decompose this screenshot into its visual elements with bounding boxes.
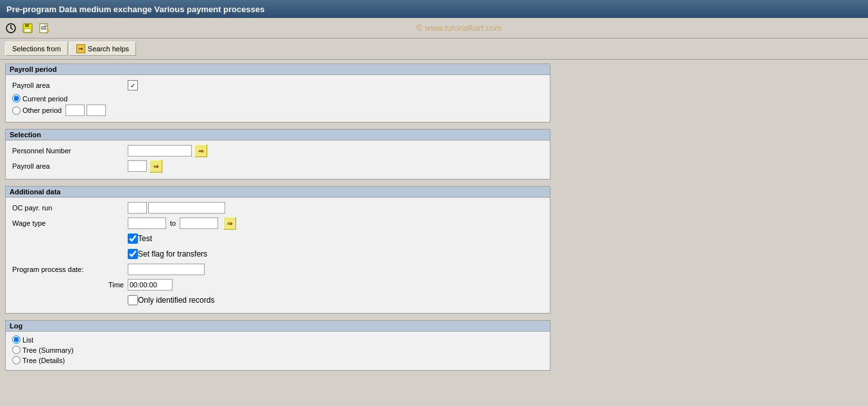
clock-icon[interactable] xyxy=(4,21,18,35)
watermark: © www.tutorialkart.com xyxy=(54,23,864,33)
window-title: Pre-program Data medium exchange Various… xyxy=(6,4,264,14)
additional-data-body: OC payr. run Wage type to ⇒ Test xyxy=(6,198,550,313)
wage-type-input-to[interactable] xyxy=(180,217,218,229)
program-process-date-input[interactable] xyxy=(128,264,205,275)
main-content: Payroll period Payroll area ✓ Current pe… xyxy=(0,60,868,381)
payroll-period-section: Payroll period Payroll area ✓ Current pe… xyxy=(5,63,550,123)
selection-header: Selection xyxy=(6,130,550,140)
log-tree-details-label: Tree (Details) xyxy=(22,357,65,364)
test-row: Test xyxy=(12,232,543,245)
log-tree-summary-label: Tree (Summary) xyxy=(22,346,74,354)
log-section: Log List Tree (Summary) Tree (Details) xyxy=(5,320,550,371)
search-helps-label: Search helps xyxy=(88,45,129,53)
log-list-label: List xyxy=(22,336,33,344)
selection-body: Personnel Number ⇒ Payroll area ⇒ xyxy=(6,140,550,179)
to-label: to xyxy=(170,219,176,227)
additional-data-header: Additional data xyxy=(6,187,550,198)
selection-section: Selection Personnel Number ⇒ Payroll are… xyxy=(5,129,550,180)
set-flag-label: Set flag for transfers xyxy=(138,250,207,258)
section-wrapper: Payroll period Payroll area ✓ Current pe… xyxy=(5,63,550,371)
log-list-radio[interactable] xyxy=(12,335,21,344)
oc-payr-run-label: OC payr. run xyxy=(12,204,128,212)
other-period-label: Other period xyxy=(22,106,62,114)
only-identified-row: Only identified records xyxy=(12,294,543,307)
time-label: Time xyxy=(12,281,128,289)
only-identified-label: Only identified records xyxy=(138,296,214,305)
personnel-number-row: Personnel Number ⇒ xyxy=(12,144,543,157)
log-tree-summary-row: Tree (Summary) xyxy=(12,346,543,354)
current-period-row: Current period xyxy=(12,94,543,103)
other-period-input1[interactable] xyxy=(65,105,85,116)
wage-type-label: Wage type xyxy=(12,219,128,227)
button-bar: Selections from ⇒ Search helps xyxy=(0,38,868,60)
payroll-area-label: Payroll area xyxy=(12,81,128,89)
set-flag-checkbox[interactable] xyxy=(128,249,138,259)
payroll-area-nav-button[interactable]: ⇒ xyxy=(149,160,162,173)
svg-rect-7 xyxy=(45,24,47,26)
title-bar: Pre-program Data medium exchange Various… xyxy=(0,0,868,18)
personnel-number-nav-button[interactable]: ⇒ xyxy=(194,144,207,157)
test-label: Test xyxy=(138,234,152,243)
log-list-row: List xyxy=(12,335,543,344)
oc-payr-run-input1[interactable] xyxy=(128,202,147,214)
payroll-area-row: Payroll area ✓ xyxy=(12,79,543,92)
selection-payroll-area-input[interactable] xyxy=(128,160,147,172)
personnel-number-nav-arrow-icon: ⇒ xyxy=(198,148,203,155)
current-period-radio[interactable] xyxy=(12,94,21,103)
oc-payr-run-row: OC payr. run xyxy=(12,201,543,214)
payroll-area-checkbox[interactable]: ✓ xyxy=(128,80,138,90)
selection-payroll-area-row: Payroll area ⇒ xyxy=(12,160,543,173)
program-process-date-row: Program process date: xyxy=(12,263,543,276)
selections-from-button[interactable]: Selections from xyxy=(5,42,68,56)
other-period-row: Other period xyxy=(12,105,543,116)
time-row: Time 00:00:00 xyxy=(12,278,543,291)
svg-marker-10 xyxy=(47,29,49,33)
log-tree-details-row: Tree (Details) xyxy=(12,356,543,364)
personnel-number-input[interactable] xyxy=(128,145,192,156)
payroll-period-header: Payroll period xyxy=(6,64,550,75)
wage-type-nav-arrow-icon: ⇒ xyxy=(227,220,232,227)
time-input[interactable]: 00:00:00 xyxy=(128,279,173,291)
wage-type-row: Wage type to ⇒ xyxy=(12,217,543,230)
wage-type-nav-button[interactable]: ⇒ xyxy=(223,217,236,230)
log-tree-details-radio[interactable] xyxy=(12,356,21,364)
log-header: Log xyxy=(6,321,550,332)
program-process-date-label: Program process date: xyxy=(12,266,128,273)
log-tree-summary-radio[interactable] xyxy=(12,346,21,354)
selections-from-label: Selections from xyxy=(12,45,61,53)
additional-data-section: Additional data OC payr. run Wage type t… xyxy=(5,186,550,314)
save-icon[interactable] xyxy=(21,21,35,35)
payroll-area-nav-arrow-icon: ⇒ xyxy=(153,163,158,170)
search-helps-arrow-icon: ⇒ xyxy=(76,44,85,53)
export-icon[interactable] xyxy=(37,21,51,35)
toolbar: © www.tutorialkart.com xyxy=(0,18,868,38)
search-helps-button[interactable]: ⇒ Search helps xyxy=(69,42,136,56)
payroll-period-body: Payroll area ✓ Current period Other peri… xyxy=(6,75,550,122)
only-identified-checkbox[interactable] xyxy=(128,295,138,305)
svg-line-2 xyxy=(11,28,13,30)
test-checkbox[interactable] xyxy=(128,233,138,244)
selection-payroll-area-label: Payroll area xyxy=(12,162,128,170)
svg-rect-5 xyxy=(24,29,31,32)
svg-rect-4 xyxy=(25,24,29,27)
other-period-input2[interactable] xyxy=(87,105,106,116)
log-body: List Tree (Summary) Tree (Details) xyxy=(6,332,550,370)
current-period-label: Current period xyxy=(22,95,67,103)
personnel-number-label: Personnel Number xyxy=(12,147,128,155)
other-period-radio[interactable] xyxy=(12,106,21,115)
wage-type-input-from[interactable] xyxy=(128,217,166,229)
set-flag-row: Set flag for transfers xyxy=(12,248,543,260)
oc-payr-run-input2[interactable] xyxy=(148,202,225,214)
